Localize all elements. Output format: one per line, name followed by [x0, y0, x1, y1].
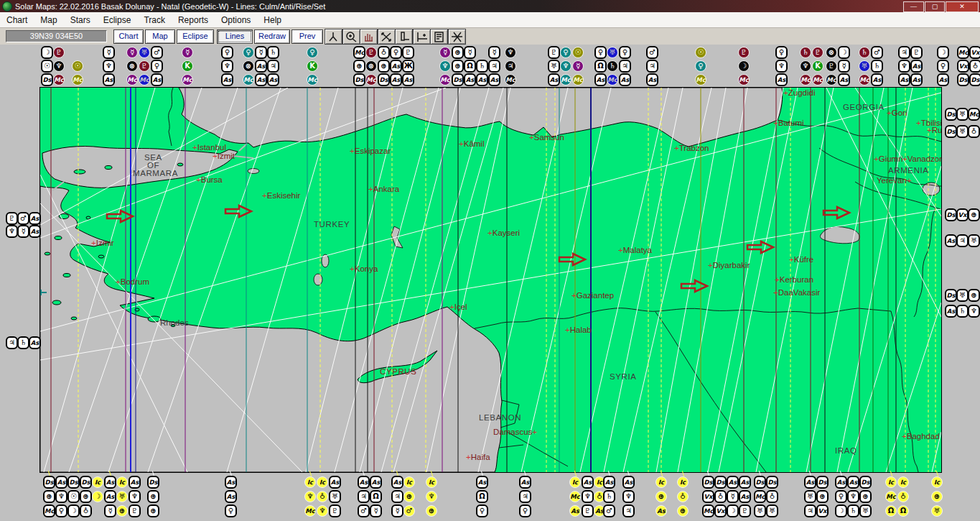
- maximize-button[interactable]: ▢: [925, 1, 945, 12]
- astro-badge: Mc: [859, 74, 870, 86]
- track-tool[interactable]: [378, 29, 396, 45]
- menu-item-reports[interactable]: Reports: [172, 14, 215, 27]
- info-tool[interactable]: [430, 29, 448, 45]
- astro-badge: ♃: [358, 490, 370, 503]
- astro-badge: Mc: [182, 74, 193, 86]
- astro-badge: As: [945, 234, 957, 247]
- astro-badge: Mc: [826, 74, 837, 86]
- astro-badge: Ds: [43, 476, 55, 489]
- astro-badge: Ic: [92, 476, 103, 488]
- pan-tool[interactable]: [360, 29, 378, 45]
- redraw-button[interactable]: Redraw: [254, 29, 290, 44]
- prev-button[interactable]: Prev: [291, 29, 323, 44]
- city-label: +Içel: [449, 303, 467, 311]
- astro-badge: ☽: [838, 46, 850, 59]
- locate-tool[interactable]: [413, 29, 431, 45]
- astro-badge: Vx: [714, 504, 727, 517]
- astro-badge: ♅: [956, 125, 969, 138]
- map-canvas[interactable]: +Istanbul+Izmit+Bursa+Eskisehir+Eskipaza…: [39, 87, 942, 473]
- close-button[interactable]: ✕: [946, 1, 979, 12]
- astro-badge: As: [739, 490, 751, 503]
- astro-badge: ☿: [126, 47, 138, 58]
- astro-badge: Vx: [816, 504, 829, 517]
- astro-badge: ♂: [151, 46, 163, 59]
- astro-badge: ☿: [727, 490, 739, 503]
- astro-badge: Ic: [677, 476, 689, 488]
- astro-badge: ⊗: [365, 60, 377, 72]
- astro-badge: ☿: [103, 46, 115, 59]
- astro-badge: ♀: [560, 47, 571, 58]
- astro-badge: ♃: [488, 60, 500, 73]
- menu-item-chart[interactable]: Chart: [0, 14, 34, 27]
- astro-badge: ♅: [766, 504, 778, 517]
- astro-badge: ♇: [548, 46, 560, 59]
- astro-badge: As: [225, 490, 237, 503]
- astro-badge: ♀: [243, 47, 254, 58]
- map-button[interactable]: Map: [145, 29, 175, 44]
- astro-badge: Ds: [945, 108, 957, 121]
- city-label: +Izmir: [91, 239, 114, 247]
- astro-badge: As: [488, 73, 500, 86]
- city-label: +Rustavi: [927, 126, 941, 134]
- menu-item-options[interactable]: Options: [215, 14, 257, 27]
- select-tool[interactable]: [325, 29, 342, 45]
- astro-badge: Ds: [945, 289, 957, 302]
- astro-badge: As: [937, 73, 949, 86]
- astro-badge: Mc: [72, 74, 83, 86]
- zoom-tool[interactable]: [342, 29, 360, 45]
- astro-badge: ♆: [847, 490, 859, 503]
- astro-badge: ♁: [378, 46, 390, 59]
- menu-item-track[interactable]: Track: [137, 14, 172, 27]
- window-titlebar[interactable]: Solar Maps: 22.02.2016 Basak Dolunay - N…: [0, 0, 980, 12]
- astro-badge: ⊕: [426, 505, 437, 517]
- astro-badge: ♁: [968, 125, 980, 138]
- minimize-button[interactable]: —: [903, 1, 924, 12]
- astro-badge: ☽: [937, 46, 949, 59]
- astro-badge: ♇: [739, 504, 751, 517]
- astro-badge: ♂: [403, 505, 415, 517]
- astro-badge: ☿: [391, 504, 403, 517]
- astro-badge: ♅: [931, 505, 943, 517]
- region-label: GEORGIA: [843, 103, 885, 111]
- astro-badge: Ds: [957, 73, 969, 86]
- astro-badge: As: [655, 505, 667, 517]
- astro-badge: ♄: [476, 60, 488, 73]
- astro-badge: As: [267, 73, 279, 86]
- astro-badge: Vx: [957, 60, 969, 73]
- astro-badge: As: [835, 476, 847, 489]
- menu-item-map[interactable]: Map: [34, 14, 63, 27]
- astro-badge: ♅: [859, 60, 870, 72]
- astro-badge: ⊕: [931, 491, 943, 502]
- city-label: +Trabzon: [674, 144, 709, 152]
- menu-item-eclipse[interactable]: Eclipse: [97, 14, 138, 27]
- lines-button[interactable]: Lines: [217, 29, 253, 44]
- astro-badge: ♄: [17, 336, 29, 349]
- menu-item-stars[interactable]: Stars: [64, 14, 97, 27]
- astro-badge: ⊕: [677, 505, 689, 517]
- astro-badge: ☿: [370, 504, 382, 517]
- astro-badge: ♇: [53, 47, 65, 58]
- astro-badge: ♃: [646, 60, 658, 73]
- astro-badge: ♅: [804, 490, 816, 503]
- menu-item-help[interactable]: Help: [257, 14, 288, 27]
- astro-badge: As: [622, 476, 635, 489]
- chart-button[interactable]: Chart: [113, 29, 144, 44]
- toolbar: 39N39 034E50 ChartMapEclipseLinesRedrawP…: [0, 28, 980, 45]
- astro-badge: Ds: [859, 476, 872, 489]
- profile-tool[interactable]: [395, 29, 413, 45]
- astro-badge: Ds: [816, 476, 829, 489]
- astro-badge: ♅: [607, 47, 618, 58]
- astro-badge: ☽: [835, 504, 847, 517]
- eclipse-button[interactable]: Eclipse: [177, 29, 214, 44]
- lines-toggle-tool[interactable]: [448, 29, 466, 45]
- astro-badge: ☿: [488, 46, 500, 59]
- astro-badge: As: [255, 73, 267, 86]
- astro-badge: ⊕: [353, 60, 365, 73]
- astro-badge: ♃: [391, 490, 403, 503]
- city-label: +Bodrum: [116, 277, 149, 286]
- city-label: +Eskisehir: [262, 191, 301, 200]
- city-label: +Samsun: [529, 133, 564, 142]
- astro-badge: ⊕: [816, 490, 829, 503]
- astro-badge: ⊕: [116, 505, 128, 517]
- region-label: LEBANON: [479, 413, 521, 422]
